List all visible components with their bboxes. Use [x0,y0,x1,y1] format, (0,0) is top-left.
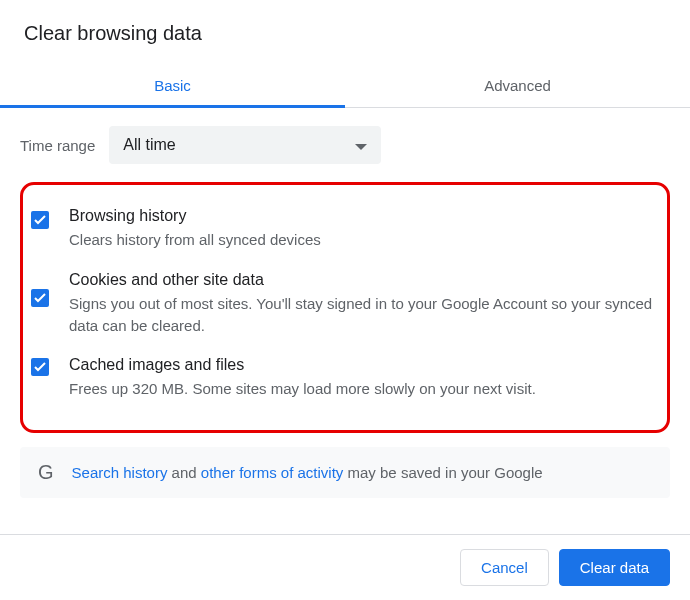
time-range-select[interactable]: All time [109,126,381,164]
option-desc: Signs you out of most sites. You'll stay… [69,293,653,337]
clear-data-button[interactable]: Clear data [559,549,670,586]
link-search-history[interactable]: Search history [72,464,168,481]
tab-advanced[interactable]: Advanced [345,63,690,107]
checkbox-cookies[interactable] [31,289,49,307]
chevron-down-icon [355,136,367,154]
option-title: Cookies and other site data [69,271,653,289]
cancel-button[interactable]: Cancel [460,549,549,586]
option-cache: Cached images and files Frees up 320 MB.… [31,348,653,412]
tabs: Basic Advanced [0,63,690,108]
link-other-activity[interactable]: other forms of activity [201,464,344,481]
checkbox-browsing-history[interactable] [31,211,49,229]
info-row: G Search history and other forms of acti… [20,447,670,498]
options-highlight: Browsing history Clears history from all… [20,182,670,433]
option-cookies: Cookies and other site data Signs you ou… [31,263,653,349]
dialog-content: Time range All time Browsing history Cle… [0,108,690,433]
google-icon: G [38,461,54,484]
option-desc: Frees up 320 MB. Some sites may load mor… [69,378,653,400]
checkbox-cache[interactable] [31,358,49,376]
dialog-footer: Cancel Clear data [0,534,690,600]
time-range-value: All time [123,136,175,154]
dialog-title: Clear browsing data [0,0,690,63]
check-icon [34,362,46,372]
option-title: Browsing history [69,207,653,225]
info-mid: and [167,464,200,481]
option-desc: Clears history from all synced devices [69,229,653,251]
option-title: Cached images and files [69,356,653,374]
info-suffix: may be saved in your Google [343,464,542,481]
tab-basic[interactable]: Basic [0,63,345,107]
info-text: Search history and other forms of activi… [72,464,543,481]
option-browsing-history: Browsing history Clears history from all… [31,199,653,263]
time-range-label: Time range [20,137,95,154]
time-range-row: Time range All time [20,126,670,164]
check-icon [34,293,46,303]
check-icon [34,215,46,225]
